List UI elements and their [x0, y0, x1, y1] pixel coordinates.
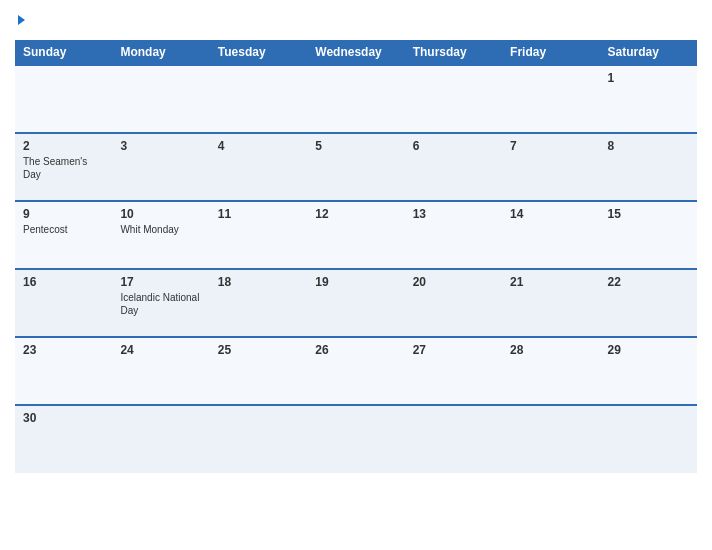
holiday-text: Icelandic National Day	[120, 291, 201, 317]
calendar-header	[15, 10, 697, 30]
calendar-cell: 5	[307, 133, 404, 201]
calendar-cell: 4	[210, 133, 307, 201]
day-number: 3	[120, 139, 201, 153]
weekday-header-thursday: Thursday	[405, 40, 502, 65]
week-row-6: 30	[15, 405, 697, 473]
week-row-3: 9Pentecost10Whit Monday1112131415	[15, 201, 697, 269]
calendar-cell	[112, 65, 209, 133]
holiday-text: Pentecost	[23, 223, 104, 236]
calendar-cell	[307, 65, 404, 133]
calendar-cell	[210, 405, 307, 473]
day-number: 29	[608, 343, 689, 357]
calendar-cell: 28	[502, 337, 599, 405]
calendar-cell	[405, 65, 502, 133]
day-number: 17	[120, 275, 201, 289]
calendar-cell	[210, 65, 307, 133]
calendar-cell: 26	[307, 337, 404, 405]
day-number: 4	[218, 139, 299, 153]
day-number: 9	[23, 207, 104, 221]
calendar-cell: 16	[15, 269, 112, 337]
day-number: 20	[413, 275, 494, 289]
calendar-cell: 23	[15, 337, 112, 405]
calendar-cell: 13	[405, 201, 502, 269]
calendar-cell: 29	[600, 337, 697, 405]
day-number: 28	[510, 343, 591, 357]
weekday-header-friday: Friday	[502, 40, 599, 65]
week-row-2: 2The Seamen's Day345678	[15, 133, 697, 201]
calendar-cell: 20	[405, 269, 502, 337]
day-number: 10	[120, 207, 201, 221]
day-number: 22	[608, 275, 689, 289]
calendar-cell: 8	[600, 133, 697, 201]
calendar-cell: 12	[307, 201, 404, 269]
weekday-header-sunday: Sunday	[15, 40, 112, 65]
calendar-cell: 6	[405, 133, 502, 201]
day-number: 23	[23, 343, 104, 357]
holiday-text: The Seamen's Day	[23, 155, 104, 181]
day-number: 6	[413, 139, 494, 153]
calendar-cell: 24	[112, 337, 209, 405]
day-number: 1	[608, 71, 689, 85]
day-number: 15	[608, 207, 689, 221]
calendar-cell: 21	[502, 269, 599, 337]
week-row-5: 23242526272829	[15, 337, 697, 405]
day-number: 16	[23, 275, 104, 289]
calendar-cell: 7	[502, 133, 599, 201]
calendar-cell: 25	[210, 337, 307, 405]
calendar-cell: 19	[307, 269, 404, 337]
calendar-cell	[600, 405, 697, 473]
day-number: 14	[510, 207, 591, 221]
week-row-1: 1	[15, 65, 697, 133]
day-number: 25	[218, 343, 299, 357]
day-number: 26	[315, 343, 396, 357]
weekday-header-row: SundayMondayTuesdayWednesdayThursdayFrid…	[15, 40, 697, 65]
calendar-cell: 22	[600, 269, 697, 337]
day-number: 11	[218, 207, 299, 221]
weekday-header-wednesday: Wednesday	[307, 40, 404, 65]
day-number: 5	[315, 139, 396, 153]
week-row-4: 1617Icelandic National Day1819202122	[15, 269, 697, 337]
calendar-cell: 1	[600, 65, 697, 133]
day-number: 12	[315, 207, 396, 221]
calendar-cell: 30	[15, 405, 112, 473]
logo	[15, 15, 25, 25]
day-number: 24	[120, 343, 201, 357]
calendar-cell: 10Whit Monday	[112, 201, 209, 269]
weekday-header-tuesday: Tuesday	[210, 40, 307, 65]
calendar-cell: 15	[600, 201, 697, 269]
calendar-cell: 17Icelandic National Day	[112, 269, 209, 337]
calendar-cell	[112, 405, 209, 473]
calendar-cell: 18	[210, 269, 307, 337]
calendar-cell	[502, 65, 599, 133]
calendar-cell	[405, 405, 502, 473]
day-number: 19	[315, 275, 396, 289]
day-number: 8	[608, 139, 689, 153]
logo-triangle-icon	[18, 15, 25, 25]
calendar-cell: 9Pentecost	[15, 201, 112, 269]
day-number: 21	[510, 275, 591, 289]
day-number: 18	[218, 275, 299, 289]
calendar-cell: 2The Seamen's Day	[15, 133, 112, 201]
calendar-cell: 11	[210, 201, 307, 269]
day-number: 13	[413, 207, 494, 221]
calendar-cell: 3	[112, 133, 209, 201]
calendar-table: SundayMondayTuesdayWednesdayThursdayFrid…	[15, 40, 697, 473]
day-number: 30	[23, 411, 104, 425]
weekday-header-monday: Monday	[112, 40, 209, 65]
calendar-cell	[15, 65, 112, 133]
calendar-cell	[307, 405, 404, 473]
calendar-cell: 27	[405, 337, 502, 405]
calendar-cell	[502, 405, 599, 473]
holiday-text: Whit Monday	[120, 223, 201, 236]
weekday-header-saturday: Saturday	[600, 40, 697, 65]
day-number: 7	[510, 139, 591, 153]
day-number: 2	[23, 139, 104, 153]
calendar-cell: 14	[502, 201, 599, 269]
day-number: 27	[413, 343, 494, 357]
